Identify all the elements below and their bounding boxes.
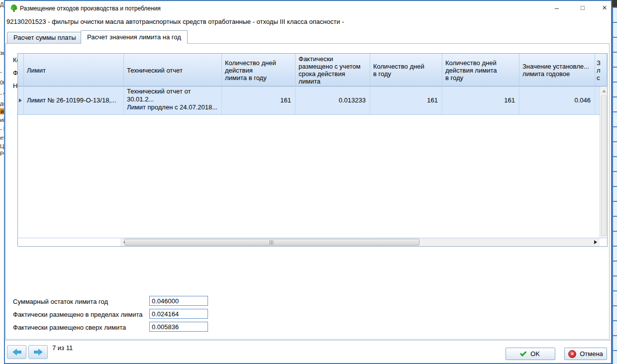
row-indicator-cell [18,87,24,114]
waste-code-subtitle: 92130201523 - фильтры очистки масла авто… [6,18,344,25]
column-header-days-limit-in-year[interactable]: Количество дней действия лимита в году [442,54,519,87]
row-indicator-header [18,54,24,87]
column-header-limit[interactable]: Лимит [24,54,124,87]
column-header-annual-limit-value[interactable]: Значение установле... лимита годовое [519,54,595,87]
cell-days-limit-in-year: 161 [442,87,519,114]
arrow-right-icon [594,240,597,244]
column-header-clipped[interactable]: З л с [595,54,607,87]
close-button[interactable]: × [596,2,613,14]
ok-button[interactable]: OK [506,348,555,360]
vertical-scrollbar[interactable] [600,87,607,239]
background-text-fragment: Д [0,1,3,7]
tab-annual-limit[interactable]: Расчет значения лимита на год [81,30,188,44]
record-counter: 7 из 11 [52,344,73,352]
background-window-right-sliver [612,7,617,364]
total-limit-remainder-input[interactable] [149,296,208,306]
column-header-report[interactable]: Технический отчет [124,54,222,87]
tab-payment-sum[interactable]: Расчет суммы платы [7,32,83,43]
column-header-days-limit-active[interactable]: Количество дней действия лимита в году [222,54,296,87]
horizontal-scrollbar-thumb[interactable] [124,239,419,246]
placed-within-limit-label: Фактически размещено в пределах лимита [13,311,143,318]
cell-limit: Лимит № 26-10199-О-13/18,... [24,87,124,114]
bottom-separator [5,340,611,341]
horizontal-scrollbar-zone [18,238,607,246]
ok-button-label: OK [530,350,540,358]
cell-days-in-year: 161 [370,87,442,114]
scroll-right-button[interactable] [591,238,600,246]
tree-icon [9,4,18,13]
column-header-placed-with-term[interactable]: Фактически размещено с учетом срока дейс… [296,54,370,87]
current-row-marker-icon [19,98,22,102]
limits-table: Лимит Технический отчет Количество дней … [17,53,608,247]
cell-days-limit-active: 161 [222,87,296,114]
table-header-row: Лимит Технический отчет Количество дней … [18,54,607,87]
table-row[interactable]: Лимит № 26-10199-О-13/18,... Технический… [18,87,601,115]
waste-disposal-dialog: Размещение отходов производства и потреб… [4,0,612,364]
cell-report: Технический отчет от 30.01.2... Лимит пр… [124,87,222,114]
horizontal-scrollbar[interactable] [120,238,600,246]
cell-annual-limit-value: 0.046 [519,87,595,114]
next-record-button[interactable] [28,345,48,359]
previous-record-button[interactable] [7,345,26,359]
placed-over-limit-label: Фактически размещено сверх лимита [13,324,126,331]
arrow-left-icon [12,349,21,356]
cancel-button-label: Отмена [580,350,603,358]
background-text-fragment: Ц [0,143,4,149]
total-limit-remainder-label: Суммарный остаток лимита год [13,298,108,305]
cancel-x-icon: × [568,350,576,358]
title-bar[interactable]: Размещение отходов производства и потреб… [5,1,611,16]
scrollbar-grip-icon [270,240,274,245]
window-title: Размещение отходов производства и потреб… [20,5,161,12]
placed-within-limit-input[interactable] [149,309,208,319]
maximize-button[interactable]: □ [574,2,591,14]
minimize-button[interactable]: – [548,2,565,14]
arrow-up-icon [602,90,606,92]
scroll-up-button[interactable] [601,88,607,94]
column-header-days-in-year[interactable]: Количество дней в году [370,54,442,87]
check-icon [520,350,526,356]
cell-placed-with-term: 0.013233 [296,87,370,114]
cancel-button[interactable]: × Отмена [564,348,607,360]
vertical-scrollbar-thumb[interactable] [601,95,607,236]
placed-over-limit-input[interactable] [149,322,208,332]
arrow-right-icon [34,349,43,356]
